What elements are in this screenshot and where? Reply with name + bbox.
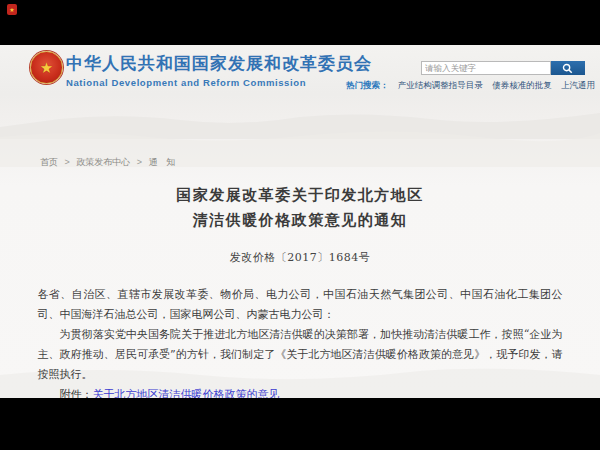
screenshot-root: ★ 首页 > 政策发布中心 > 通 知 国家发展改革委关于印发北方地区 清洁供暖…: [0, 0, 600, 450]
site-name-english: National Development and Reform Commissi…: [66, 77, 372, 88]
breadcrumb: 首页 > 政策发布中心 > 通 知: [40, 156, 176, 169]
hot-search-link-bond-approval[interactable]: 债券核准的批复: [492, 80, 552, 90]
hot-search-link-industry-catalog[interactable]: 产业结构调整指导目录: [398, 80, 483, 90]
breadcrumb-separator: >: [65, 157, 70, 167]
document-body: 各省、自治区、直辖市发展改革委、物价局、电力公司，中国石油天然气集团公司、中国石…: [38, 285, 563, 405]
breadcrumb-current-notice: 通 知: [149, 157, 176, 167]
site-name-chinese: 中华人民共和国国家发展和改革委员会: [66, 52, 372, 75]
document-article: 国家发展改革委关于印发北方地区 清洁供暖价格政策意见的通知 发改价格〔2017〕…: [0, 183, 600, 405]
breadcrumb-home[interactable]: 首页: [40, 157, 58, 167]
hot-search-link-saic-gm[interactable]: 上汽通用: [561, 80, 595, 90]
search-bar: [421, 61, 585, 75]
bottom-letterbox-bar: [0, 398, 600, 450]
document-number: 发改价格〔2017〕1684号: [0, 250, 600, 265]
hot-search-row: 热门搜索： 产业结构调整指导目录 债券核准的批复 上汽通用: [346, 80, 595, 92]
hot-search-label: 热门搜索：: [346, 80, 389, 90]
document-title-line2: 清洁供暖价格政策意见的通知: [0, 208, 600, 233]
body-paragraph: 为贯彻落实党中央国务院关于推进北方地区清洁供暖的决策部署，加快推动清洁供暖工作，…: [38, 325, 563, 385]
page-background: 首页 > 政策发布中心 > 通 知 国家发展改革委关于印发北方地区 清洁供暖价格…: [0, 45, 600, 398]
site-title-block[interactable]: 中华人民共和国国家发展和改革委员会 National Development a…: [66, 52, 372, 88]
search-input[interactable]: [421, 61, 551, 75]
emblem-star-icon: ★: [40, 60, 53, 75]
mini-emblem-star-glyph: ★: [9, 7, 14, 13]
national-emblem-logo[interactable]: ★: [30, 51, 63, 84]
breadcrumb-policy-center[interactable]: 政策发布中心: [76, 157, 130, 167]
search-icon: [562, 63, 573, 74]
top-letterbox-bar: ★: [0, 0, 600, 45]
breadcrumb-separator: >: [137, 157, 142, 167]
recipients-paragraph: 各省、自治区、直辖市发展改革委、物价局、电力公司，中国石油天然气集团公司、中国石…: [38, 285, 563, 325]
search-button[interactable]: [551, 61, 585, 75]
mini-emblem-icon: ★: [7, 4, 17, 15]
document-title: 国家发展改革委关于印发北方地区 清洁供暖价格政策意见的通知: [0, 183, 600, 233]
document-title-line1: 国家发展改革委关于印发北方地区: [0, 183, 600, 208]
